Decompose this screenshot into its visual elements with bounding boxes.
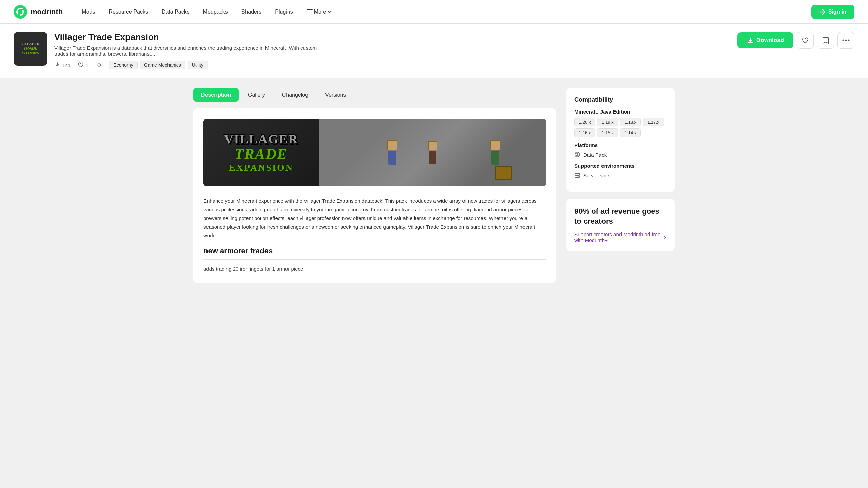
- section-armorer-title: new armorer trades: [203, 247, 546, 256]
- project-tags: Economy Game Mechanics Utility: [109, 61, 208, 69]
- svg-point-12: [579, 174, 579, 175]
- downloads-number: 141: [62, 62, 71, 68]
- nav-resource-packs[interactable]: Resource Packs: [103, 6, 154, 18]
- tab-gallery[interactable]: Gallery: [240, 88, 273, 102]
- tab-versions[interactable]: Versions: [317, 88, 354, 102]
- project-header: VILLAGER TRADE EXPANSION Villager Trade …: [0, 24, 868, 78]
- gallery-logo: VILLAGER TRADE EXPANSION: [203, 119, 319, 186]
- villager-head-3: [490, 140, 500, 150]
- svg-point-6: [845, 40, 847, 41]
- ellipsis-icon: [842, 39, 850, 41]
- project-icon-text: VILLAGER TRADE EXPANSION: [20, 41, 41, 57]
- nav-data-packs[interactable]: Data Packs: [156, 6, 195, 18]
- platforms-label: Platforms: [574, 142, 667, 148]
- content-tabs: Description Gallery Changelog Versions: [193, 88, 556, 102]
- favorite-button[interactable]: [797, 32, 814, 49]
- header-actions: Sign in: [811, 5, 854, 19]
- svg-rect-3: [307, 14, 313, 14]
- ad-card: 90% of ad revenue goes to creators Suppo…: [566, 199, 675, 251]
- nav-more[interactable]: More: [301, 6, 337, 18]
- platforms-section: Platforms Data Pack: [574, 142, 667, 158]
- description-body: Enhance your Minecraft experience with t…: [203, 197, 546, 240]
- compatibility-card: Compatibility Minecraft: Java Edition 1.…: [566, 88, 675, 192]
- villager-2: [428, 141, 437, 164]
- villager-head-2: [428, 141, 437, 150]
- downloads-count: 141: [54, 62, 71, 68]
- likes-count: 1: [78, 62, 88, 68]
- server-icon: [574, 172, 580, 178]
- tab-changelog[interactable]: Changelog: [274, 88, 316, 102]
- main-layout: Description Gallery Changelog Versions V…: [180, 78, 688, 300]
- menu-icon: [307, 9, 313, 14]
- ad-link-text: Support creators and Modrinth ad-free wi…: [574, 231, 662, 243]
- more-options-button[interactable]: [837, 32, 854, 49]
- environment-item: Server-side: [574, 172, 667, 178]
- gallery-title-line1: VILLAGER: [224, 132, 298, 146]
- chevron-right-icon: [663, 235, 667, 240]
- main-nav: Mods Resource Packs Data Packs Modpacks …: [76, 6, 797, 18]
- nav-modpacks[interactable]: Modpacks: [198, 6, 233, 18]
- tab-description[interactable]: Description: [193, 88, 239, 102]
- project-info: Villager Trade Expansion Villager Trade …: [54, 32, 731, 69]
- villager-head-1: [387, 140, 397, 150]
- bookmark-icon: [822, 37, 829, 44]
- svg-rect-2: [307, 12, 313, 12]
- sign-in-button[interactable]: Sign in: [811, 5, 854, 19]
- svg-point-5: [843, 40, 844, 41]
- nav-mods[interactable]: Mods: [76, 6, 100, 18]
- gallery-title-line3: EXPANSION: [224, 163, 298, 173]
- content-area: Description Gallery Changelog Versions V…: [193, 88, 556, 290]
- nav-plugins[interactable]: Plugins: [270, 6, 298, 18]
- bookmark-button[interactable]: [817, 32, 834, 49]
- villager-body-3: [491, 151, 499, 165]
- tag-game-mechanics[interactable]: Game Mechanics: [140, 61, 185, 69]
- version-tags: 1.20.x 1.19.x 1.18.x 1.17.x 1.16.x 1.15.…: [574, 118, 667, 137]
- svg-point-13: [579, 176, 579, 177]
- java-edition-section: Minecraft: Java Edition 1.20.x 1.19.x 1.…: [574, 109, 667, 137]
- download-count-icon: [54, 62, 60, 68]
- project-description: Villager Trade Expansion is a datapack t…: [54, 45, 326, 57]
- download-icon: [747, 37, 754, 44]
- svg-point-0: [14, 5, 27, 19]
- arrow-right-icon: [820, 9, 826, 15]
- project-actions: Download: [737, 32, 854, 49]
- tag-icon-group: [95, 62, 102, 68]
- description-card: VILLAGER TRADE EXPANSION: [193, 108, 556, 283]
- villager-body-1: [388, 151, 396, 165]
- nav-shaders[interactable]: Shaders: [236, 6, 267, 18]
- download-button[interactable]: Download: [737, 32, 793, 48]
- chest-block: [495, 166, 512, 180]
- gallery-title-line2: TRADE: [224, 146, 298, 162]
- sign-in-label: Sign in: [828, 9, 846, 15]
- tag-economy[interactable]: Economy: [109, 61, 137, 69]
- version-1-18: 1.18.x: [620, 118, 641, 126]
- version-1-14: 1.14.x: [620, 128, 641, 137]
- tag-utility[interactable]: Utility: [188, 61, 208, 69]
- heart-icon: [78, 62, 84, 68]
- gallery-logo-text: VILLAGER TRADE EXPANSION: [224, 132, 298, 173]
- version-1-17: 1.17.x: [643, 118, 664, 126]
- screenshot-1: [319, 119, 546, 186]
- ad-headline: 90% of ad revenue goes to creators: [574, 207, 667, 226]
- environments-section: Supported environments Server-side: [574, 163, 667, 178]
- version-1-16: 1.16.x: [574, 128, 595, 137]
- project-title: Villager Trade Expansion: [54, 32, 731, 42]
- header: modrinth Mods Resource Packs Data Packs …: [0, 0, 868, 24]
- chevron-down-icon: [328, 11, 332, 13]
- platform-item: Data Pack: [574, 151, 667, 158]
- environment-label: Server-side: [583, 172, 609, 178]
- logo[interactable]: modrinth: [14, 5, 63, 19]
- download-label: Download: [756, 37, 784, 44]
- svg-point-7: [848, 40, 850, 41]
- project-meta: 141 1 Economy Game Mechanics Utility: [54, 61, 731, 69]
- villager-3: [490, 140, 500, 165]
- modrinth-logo-icon: [14, 5, 27, 19]
- section-armorer-text: adds trading 20 iron ingots for 1 armor …: [203, 265, 546, 273]
- site-name: modrinth: [31, 7, 63, 16]
- gallery-section: VILLAGER TRADE EXPANSION: [203, 119, 546, 186]
- java-edition-label: Minecraft: Java Edition: [574, 109, 667, 115]
- villager-body-2: [429, 151, 436, 164]
- gallery-screenshots: [319, 119, 546, 186]
- platform-label: Data Pack: [583, 152, 607, 158]
- ad-link[interactable]: Support creators and Modrinth ad-free wi…: [574, 231, 667, 243]
